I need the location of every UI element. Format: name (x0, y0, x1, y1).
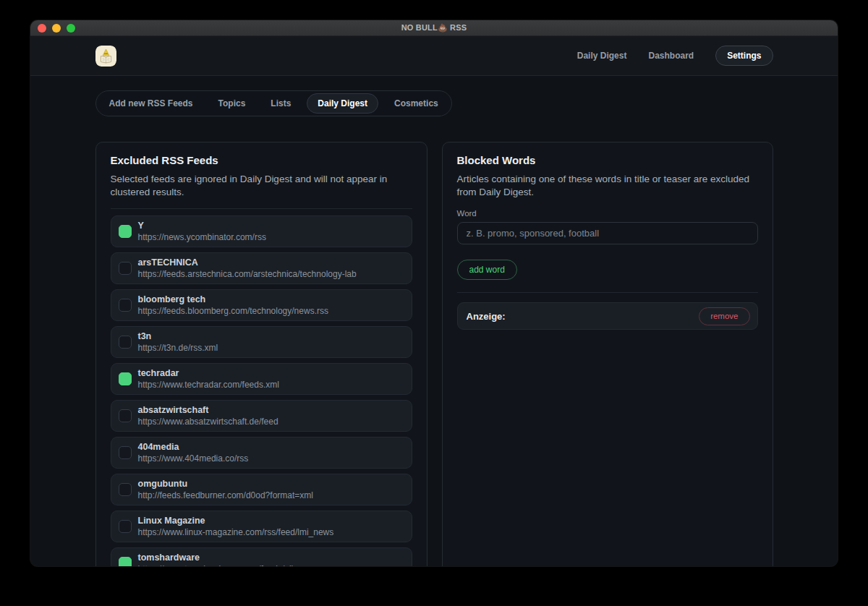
window-title: NO BULL💩 RSS (401, 23, 467, 33)
blocked-word-input[interactable] (457, 222, 758, 244)
feed-exclude-checkbox[interactable] (119, 520, 132, 533)
feed-url: https://www.absatzwirtschaft.de/feed (138, 417, 278, 427)
blocked-word-text: Anzeige: (467, 311, 506, 322)
feed-url: https://t3n.de/rss.xml (138, 343, 218, 353)
feed-name: Y (138, 221, 266, 231)
feed-exclude-checkbox[interactable] (119, 372, 132, 385)
feed-exclude-checkbox[interactable] (119, 557, 132, 566)
blocked-words-panel: Blocked Words Articles containing one of… (442, 142, 773, 566)
tab-daily-digest[interactable]: Daily Digest (307, 93, 378, 114)
feed-row[interactable]: tomshardware https://www.tomshardware.co… (111, 547, 412, 566)
feed-row[interactable]: bloomberg tech https://feeds.bloomberg.c… (111, 289, 412, 321)
feed-url: http://feeds.feedburner.com/d0od?format=… (138, 490, 313, 500)
feed-name: t3n (138, 331, 218, 341)
feed-name: arsTECHNICA (138, 257, 357, 268)
blocked-words-description: Articles containing one of these words i… (457, 173, 758, 199)
feed-exclude-checkbox[interactable] (119, 262, 132, 275)
feed-exclude-checkbox[interactable] (119, 446, 132, 459)
nav-dashboard[interactable]: Dashboard (648, 51, 694, 61)
feed-row[interactable]: Y https://news.ycombinator.com/rss (111, 215, 412, 247)
feed-url: https://www.tomshardware.com/feeds/all (138, 564, 294, 566)
word-field-label: Word (457, 209, 758, 218)
feed-url: https://feeds.bloomberg.com/technology/n… (138, 306, 328, 316)
feed-url: https://feeds.arstechnica.com/arstechnic… (138, 269, 357, 279)
feed-exclude-checkbox[interactable] (119, 336, 132, 349)
nav-settings[interactable]: Settings (715, 46, 773, 66)
feed-row[interactable]: absatzwirtschaft https://www.absatzwirts… (111, 400, 412, 432)
blocked-words-divider (457, 292, 758, 293)
excluded-feeds-panel: Excluded RSS Feeds Selected feeds are ig… (95, 142, 427, 566)
feed-name: tomshardware (138, 552, 294, 563)
window-titlebar: NO BULL💩 RSS (30, 20, 838, 36)
excluded-feeds-description: Selected feeds are ignored in Daily Dige… (111, 173, 412, 199)
chick-newspaper-icon (95, 46, 116, 67)
feed-url: https://news.ycombinator.com/rss (138, 232, 266, 242)
blocked-words-title: Blocked Words (457, 154, 758, 166)
minimize-window-button[interactable] (52, 24, 61, 33)
feed-exclude-checkbox[interactable] (119, 409, 132, 422)
app-window: NO BULL💩 RSS Daily Digest Dashboard Sett… (30, 20, 838, 566)
feed-url: https://www.linux-magazine.com/rss/feed/… (138, 527, 334, 537)
feed-row[interactable]: Linux Magazine https://www.linux-magazin… (111, 511, 412, 542)
feed-name: bloomberg tech (138, 294, 328, 304)
feed-row[interactable]: 404media https://www.404media.co/rss (111, 437, 412, 469)
app-logo[interactable] (95, 46, 116, 67)
tab-topics[interactable]: Topics (209, 94, 255, 113)
add-word-button[interactable]: add word (457, 260, 517, 280)
feed-row[interactable]: t3n https://t3n.de/rss.xml (111, 326, 412, 358)
feed-exclude-checkbox[interactable] (119, 299, 132, 312)
nav-daily-digest[interactable]: Daily Digest (577, 51, 627, 61)
feed-name: techradar (138, 368, 279, 378)
zoom-window-button[interactable] (67, 24, 75, 33)
tab-cosmetics[interactable]: Cosmetics (385, 94, 448, 113)
feed-name: Linux Magazine (138, 516, 334, 526)
top-navigation: Daily Digest Dashboard Settings (577, 46, 773, 66)
feed-row[interactable]: omgubuntu http://feeds.feedburner.com/d0… (111, 474, 412, 505)
remove-word-button[interactable]: remove (699, 307, 749, 325)
blocked-words-list: Anzeige: remove (457, 302, 758, 330)
feed-url: https://www.404media.co/rss (138, 453, 249, 464)
feed-name: omgubuntu (138, 479, 313, 489)
settings-tabbar: Add new RSS Feeds Topics Lists Daily Dig… (95, 90, 452, 116)
close-window-button[interactable] (38, 24, 46, 33)
blocked-word-row: Anzeige: remove (457, 302, 758, 330)
feed-name: absatzwirtschaft (138, 405, 278, 415)
tab-add-new-rss-feeds[interactable]: Add new RSS Feeds (100, 94, 203, 113)
feed-row[interactable]: arsTECHNICA https://feeds.arstechnica.co… (111, 252, 412, 284)
tab-lists[interactable]: Lists (261, 94, 300, 113)
traffic-lights (38, 20, 75, 36)
feed-name: 404media (138, 442, 249, 452)
feed-exclude-checkbox[interactable] (119, 225, 132, 238)
panel-divider (111, 208, 412, 209)
excluded-feeds-title: Excluded RSS Feeds (111, 154, 412, 166)
app-header: Daily Digest Dashboard Settings (30, 36, 838, 76)
feed-exclude-checkbox[interactable] (119, 483, 132, 496)
feed-url: https://www.techradar.com/feeds.xml (138, 380, 279, 390)
excluded-feeds-list: Y https://news.ycombinator.com/rss arsTE… (111, 215, 412, 566)
feed-row[interactable]: techradar https://www.techradar.com/feed… (111, 363, 412, 395)
